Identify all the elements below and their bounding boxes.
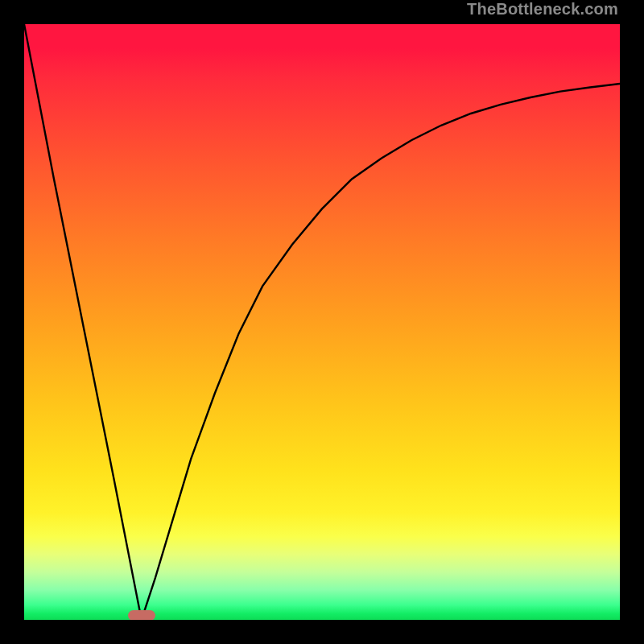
bottleneck-curve: [24, 24, 620, 620]
optimal-marker: [128, 610, 155, 620]
watermark-text: TheBottleneck.com: [467, 0, 618, 19]
plot-area: [24, 24, 620, 620]
chart-frame: TheBottleneck.com: [0, 0, 644, 644]
